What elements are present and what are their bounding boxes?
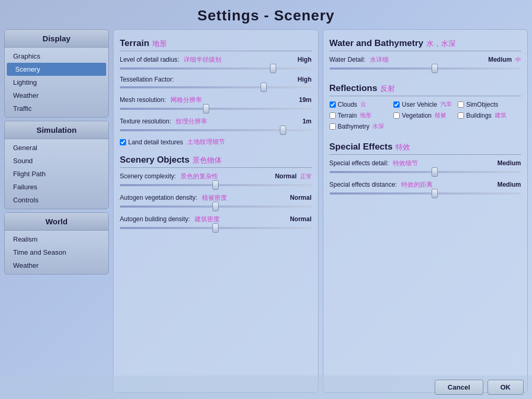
land-detail-row: Land detail textures 土地纹理细节 [120, 138, 312, 146]
water-title-cn: 水，水深 [426, 39, 456, 49]
sidebar-item-lighting[interactable]: Lighting [5, 76, 108, 89]
mesh-resolution-slider[interactable] [120, 108, 312, 110]
sidebar-section-display-title: Display [5, 30, 108, 48]
special-effects-distance-value: Medium [497, 181, 521, 188]
building-density-label-cn: 建筑密度 [195, 215, 220, 223]
vegetation-density-label-cn: 植被密度 [202, 194, 227, 201]
mesh-resolution-thumb[interactable] [203, 104, 209, 113]
scenery-complexity-slider[interactable] [120, 184, 312, 186]
scenery-complexity-value-cn: 正常 [300, 173, 312, 179]
special-effects-distance-slider[interactable] [330, 192, 522, 195]
sidebar-item-flight-path[interactable]: Flight Path [5, 167, 108, 180]
water-detail-slider[interactable] [330, 67, 522, 70]
tessellation-thumb[interactable] [261, 83, 267, 92]
cancel-button[interactable]: Cancel [435, 380, 483, 395]
tessellation-row: Tessellation Factor: High [120, 76, 312, 90]
sidebar-item-scenery[interactable]: Scenery [7, 63, 106, 76]
scenery-objects-title-cn: 景色物体 [193, 156, 222, 165]
reflect-clouds-label: Clouds [338, 101, 357, 108]
mesh-resolution-value: 19m [299, 96, 311, 104]
bottom-bar: Cancel OK [0, 375, 532, 399]
land-detail-label-cn: 土地纹理细节 [187, 138, 225, 146]
right-panel: Water and Bathymetry 水，水深 Water Detail: … [323, 29, 528, 393]
water-detail-value: Medium [488, 56, 512, 63]
texture-resolution-thumb[interactable] [280, 126, 286, 135]
building-density-row: Autogen building density: 建筑密度 Normal [120, 214, 312, 231]
sidebar-item-sound[interactable]: Sound [5, 154, 108, 167]
texture-resolution-value: 1m [302, 118, 311, 125]
reflect-terrain-checkbox[interactable] [330, 112, 336, 119]
page-title: Settings - Scenery [0, 0, 532, 29]
sidebar-item-failures[interactable]: Failures [5, 180, 108, 193]
lod-radius-slider[interactable] [120, 67, 312, 70]
special-effects-detail-value: Medium [497, 159, 521, 167]
sidebar-items-display: Graphics Scenery Lighting Weather Traffi… [5, 48, 108, 117]
reflect-clouds-cn: 云 [360, 100, 366, 108]
water-detail-thumb[interactable] [432, 64, 438, 73]
reflect-uservehicle-cn: 汽车 [440, 100, 452, 108]
reflect-bathymetry-checkbox[interactable] [330, 123, 336, 130]
terrain-title: Terrain [120, 38, 149, 49]
texture-resolution-label: Texture resolution: [120, 118, 171, 125]
sidebar-item-controls[interactable]: Controls [5, 193, 108, 207]
reflect-vegetation-checkbox[interactable] [393, 112, 400, 119]
building-density-thumb[interactable] [212, 223, 219, 233]
reflect-buildings-checkbox[interactable] [458, 112, 464, 119]
tessellation-label: Tessellation Factor: [120, 76, 174, 83]
sidebar-section-simulation-title: Simulation [5, 121, 108, 139]
special-effects-distance-thumb[interactable] [432, 189, 438, 198]
reflect-bathymetry-row: Bathymetry 水深 [330, 122, 522, 130]
reflect-bathymetry-label: Bathymetry [338, 123, 370, 130]
special-effects-detail-slider[interactable] [330, 171, 522, 173]
scenery-complexity-label-cn: 景色的复杂性 [180, 173, 218, 180]
special-effects-distance-label: Special effects distance: [330, 181, 397, 188]
sidebar-item-traffic[interactable]: Traffic [5, 102, 108, 115]
water-section: Water and Bathymetry 水，水深 Water Detail: … [330, 38, 522, 76]
reflect-bathymetry-cn: 水深 [372, 122, 384, 130]
sidebar-section-simulation: Simulation General Sound Flight Path Fai… [4, 121, 109, 209]
reflections-title: Reflections [330, 83, 378, 94]
sidebar-item-realism[interactable]: Realism [5, 233, 108, 246]
scenery-complexity-label: Scenery complexity: [120, 173, 176, 180]
special-effects-detail-thumb[interactable] [432, 167, 438, 177]
sidebar-section-world-title: World [5, 213, 108, 231]
texture-resolution-slider[interactable] [120, 129, 312, 131]
special-effects-distance-label-cn: 特效的距离 [401, 181, 433, 188]
special-effects-title: Special Effects [330, 142, 393, 152]
vegetation-density-value: Normal [290, 194, 311, 201]
tessellation-value: High [298, 76, 312, 83]
sidebar-item-weather2[interactable]: Weather [5, 259, 108, 272]
lod-radius-value: High [298, 56, 312, 63]
tessellation-slider[interactable] [120, 86, 312, 88]
sidebar-item-graphics[interactable]: Graphics [5, 50, 108, 63]
vegetation-density-row: Autogen vegetation density: 植被密度 Normal [120, 192, 312, 210]
reflect-vegetation-cn: 植被 [435, 111, 446, 119]
reflect-simobjects-checkbox[interactable] [458, 101, 464, 108]
land-detail-checkbox[interactable] [120, 139, 126, 145]
vegetation-density-slider[interactable] [120, 206, 312, 208]
mesh-resolution-label-cn: 网格分辨率 [171, 96, 202, 104]
sidebar-items-simulation: General Sound Flight Path Failures Contr… [5, 139, 108, 209]
lod-radius-thumb[interactable] [270, 64, 276, 73]
lod-radius-row: Level of detail radius: 详细半径级别 High [120, 54, 312, 72]
scenery-complexity-thumb[interactable] [212, 180, 219, 190]
lod-radius-label: Level of detail radius: [120, 56, 179, 63]
reflections-title-cn: 反射 [380, 84, 395, 94]
left-panel: Terrain 地形 Level of detail radius: 详细半径级… [113, 29, 319, 393]
texture-resolution-label-cn: 纹理分辨率 [176, 118, 207, 125]
sidebar-item-weather[interactable]: Weather [5, 89, 108, 102]
reflect-clouds-checkbox[interactable] [330, 101, 336, 108]
reflect-buildings-row: Buildings 建筑 [458, 111, 521, 119]
vegetation-density-thumb[interactable] [212, 202, 219, 211]
sidebar-item-time-season[interactable]: Time and Season [5, 246, 108, 259]
sidebar: Display Graphics Scenery Lighting Weathe… [4, 29, 109, 393]
building-density-slider[interactable] [120, 227, 312, 229]
reflect-uservehicle-checkbox[interactable] [393, 101, 400, 108]
ok-button[interactable]: OK [488, 380, 524, 395]
reflect-buildings-cn: 建筑 [495, 111, 506, 119]
sidebar-item-general[interactable]: General [5, 141, 108, 154]
scenery-complexity-row: Scenery complexity: 景色的复杂性 Normal 正常 [120, 171, 312, 188]
mesh-resolution-label: Mesh resolution: [120, 96, 166, 104]
water-detail-label-cn: 水详细 [370, 56, 389, 63]
vegetation-density-label: Autogen vegetation density: [120, 194, 197, 201]
